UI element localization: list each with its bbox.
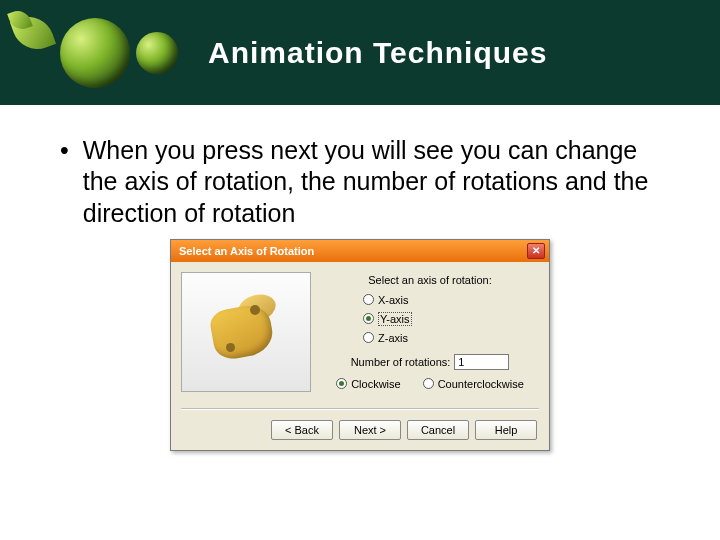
dialog-button-row: < Back Next > Cancel Help [171,410,549,450]
radio-label: Y-axis [378,312,412,326]
bullet-item: • When you press next you will see you c… [60,135,660,229]
slide-content: • When you press next you will see you c… [0,105,720,451]
radio-label: X-axis [378,294,409,306]
radio-icon [363,294,374,305]
slide-header: Animation Techniques [0,0,720,105]
radio-x-axis[interactable]: X-axis [363,294,539,306]
num-rotations-label: Number of rotations: [351,356,451,368]
bullet-text: When you press next you will see you can… [83,135,660,229]
radio-icon [423,378,434,389]
cam-model-icon [204,291,284,371]
dialog-title: Select an Axis of Rotation [179,245,314,257]
radio-icon [363,313,374,324]
logo-orb-large [60,18,130,88]
radio-clockwise[interactable]: Clockwise [336,378,401,390]
preview-pane [181,272,311,392]
slide-title: Animation Techniques [208,36,547,70]
controls-pane: Select an axis of rotation: X-axis Y-axi… [321,272,539,396]
help-button[interactable]: Help [475,420,537,440]
dialog-titlebar: Select an Axis of Rotation ✕ [171,240,549,262]
radio-counterclockwise[interactable]: Counterclockwise [423,378,524,390]
radio-label: Clockwise [351,378,401,390]
radio-label: Counterclockwise [438,378,524,390]
radio-z-axis[interactable]: Z-axis [363,332,539,344]
logo-region [60,18,178,88]
back-button[interactable]: < Back [271,420,333,440]
logo-orb-small [136,32,178,74]
radio-icon [363,332,374,343]
axis-prompt: Select an axis of rotation: [321,274,539,286]
rotation-dialog: Select an Axis of Rotation ✕ Select an a… [170,239,550,451]
next-button[interactable]: Next > [339,420,401,440]
cancel-button[interactable]: Cancel [407,420,469,440]
radio-y-axis[interactable]: Y-axis [363,312,539,326]
radio-label: Z-axis [378,332,408,344]
close-button[interactable]: ✕ [527,243,545,259]
bullet-dot: • [60,135,69,166]
close-icon: ✕ [532,245,540,256]
num-rotations-input[interactable] [454,354,509,370]
radio-icon [336,378,347,389]
